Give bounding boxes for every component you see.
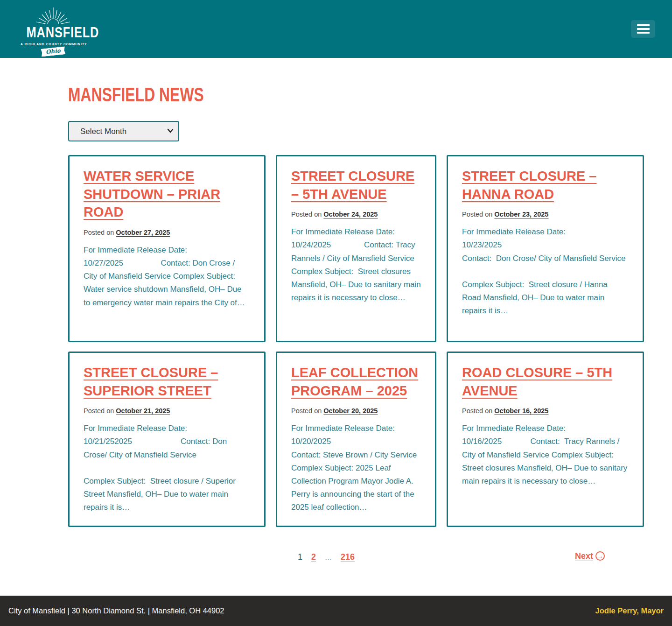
news-card: STREET CLOSURE – HANNA ROAD Posted on Oc…	[447, 155, 644, 342]
post-date-link[interactable]: October 20, 2025	[323, 407, 378, 415]
post-date-link[interactable]: October 27, 2025	[116, 229, 170, 236]
month-select[interactable]: Select Month	[68, 121, 179, 141]
site-header: MANSFIELD A RICHLAND COUNTY COMMUNITY Oh…	[0, 0, 672, 58]
footer-address: City of Mansfield | 30 North Diamond St.…	[8, 606, 224, 615]
hamburger-menu-button[interactable]	[631, 20, 655, 38]
page-title: MANSFIELD NEWS	[68, 85, 506, 105]
hamburger-icon	[637, 24, 650, 26]
news-card: STREET CLOSURE – SUPERIOR STREET Posted …	[68, 352, 266, 527]
post-title-link[interactable]: LEAF COLLECTION PROGRAM – 2025	[291, 365, 418, 398]
month-filter: Select Month	[68, 121, 179, 141]
posted-prefix: Posted on	[84, 407, 114, 415]
pagination: 1 2 … 216 Next →	[68, 549, 644, 567]
next-page-link[interactable]: Next →	[575, 551, 605, 561]
arrow-right-circle-icon: →	[595, 551, 605, 561]
post-excerpt: For Immediate Release Date: 10/23/2025 C…	[462, 225, 629, 317]
logo-tagline: A RICHLAND COUNTY COMMUNITY	[21, 42, 86, 46]
posted-line: Posted on October 21, 2025	[84, 407, 250, 415]
posted-line: Posted on October 24, 2025	[291, 211, 421, 218]
post-excerpt: For Immediate Release Date: 10/24/2025 C…	[291, 225, 421, 304]
page-last-link[interactable]: 216	[341, 552, 355, 562]
site-footer: City of Mansfield | 30 North Diamond St.…	[0, 596, 672, 626]
post-title-link[interactable]: STREET CLOSURE – SUPERIOR STREET	[84, 365, 218, 398]
post-title-link[interactable]: WATER SERVICE SHUTDOWN – PRIAR ROAD	[84, 169, 220, 219]
post-excerpt: For Immediate Release Date: 10/16/2025 C…	[462, 422, 629, 488]
post-excerpt: For Immediate Release Date: 10/27/2025 C…	[84, 244, 250, 309]
news-card: STREET CLOSURE – 5TH AVENUE Posted on Oc…	[276, 155, 436, 342]
post-excerpt: For Immediate Release Date: 10/21/252025…	[84, 422, 250, 514]
posted-prefix: Posted on	[291, 407, 322, 415]
mayor-link[interactable]: Jodie Perry, Mayor	[595, 606, 664, 615]
post-title-link[interactable]: STREET CLOSURE – HANNA ROAD	[462, 169, 596, 202]
post-date-link[interactable]: October 23, 2025	[494, 211, 548, 218]
post-date-link[interactable]: October 24, 2025	[323, 211, 378, 218]
posted-line: Posted on October 27, 2025	[84, 229, 250, 236]
logo-ribbon-ohio: Ohio	[41, 46, 65, 56]
page-current: 1	[298, 552, 302, 562]
post-title-link[interactable]: ROAD CLOSURE – 5TH AVENUE	[462, 365, 612, 398]
post-excerpt: For Immediate Release Date: 10/20/2025 C…	[291, 422, 421, 514]
sunburst-icon	[32, 6, 75, 24]
page-2-link[interactable]: 2	[311, 552, 316, 562]
posted-prefix: Posted on	[462, 407, 492, 415]
post-date-link[interactable]: October 21, 2025	[116, 407, 170, 415]
news-page: MANSFIELD NEWS Select Month WATER SERVIC…	[68, 85, 644, 567]
news-card: WATER SERVICE SHUTDOWN – PRIAR ROAD Post…	[68, 155, 266, 342]
post-date-link[interactable]: October 16, 2025	[494, 407, 548, 415]
posted-prefix: Posted on	[462, 211, 492, 218]
page-numbers: 1 2 … 216	[298, 552, 355, 562]
posted-prefix: Posted on	[291, 211, 322, 218]
page-ellipsis: …	[325, 553, 332, 561]
news-card: ROAD CLOSURE – 5TH AVENUE Posted on Octo…	[447, 352, 644, 527]
news-grid: WATER SERVICE SHUTDOWN – PRIAR ROAD Post…	[68, 155, 644, 527]
logo-name: MANSFIELD	[27, 25, 80, 40]
posted-prefix: Posted on	[84, 229, 114, 236]
posted-line: Posted on October 20, 2025	[291, 407, 421, 415]
next-label: Next	[575, 551, 593, 561]
mansfield-logo[interactable]: MANSFIELD A RICHLAND COUNTY COMMUNITY Oh…	[21, 6, 86, 56]
posted-line: Posted on October 16, 2025	[462, 407, 629, 415]
post-title-link[interactable]: STREET CLOSURE – 5TH AVENUE	[291, 169, 414, 202]
posted-line: Posted on October 23, 2025	[462, 211, 629, 218]
news-card: LEAF COLLECTION PROGRAM – 2025 Posted on…	[276, 352, 436, 527]
